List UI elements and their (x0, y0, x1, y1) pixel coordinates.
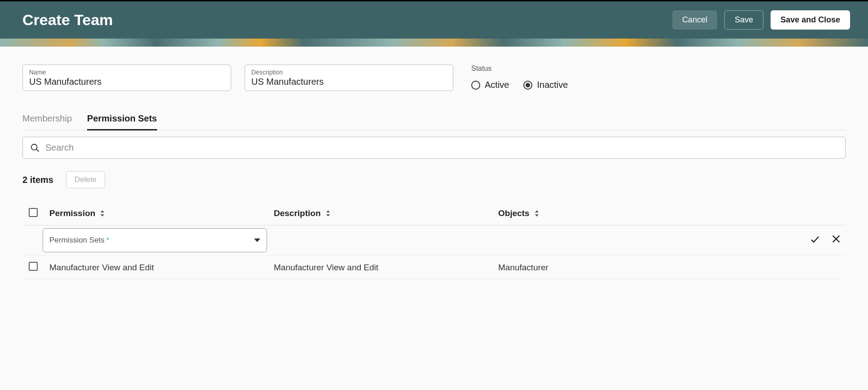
chevron-down-icon (254, 238, 260, 242)
search-icon (30, 143, 40, 153)
status-inactive-label: Inactive (537, 80, 568, 90)
status-radio-row: Active Inactive (471, 80, 568, 90)
sort-icon[interactable] (100, 210, 105, 217)
list-header: 2 items Delete (22, 171, 846, 188)
page-title: Create Team (22, 11, 113, 29)
description-input[interactable] (251, 77, 447, 87)
close-icon[interactable] (831, 234, 841, 247)
permissions-table: Permission Description Objects (22, 202, 846, 280)
status-active-label: Active (485, 80, 509, 90)
tab-permission-sets[interactable]: Permission Sets (87, 113, 157, 130)
items-count: 2 items (22, 175, 53, 185)
tab-membership[interactable]: Membership (22, 113, 72, 130)
table-header-row: Permission Description Objects (22, 202, 846, 225)
status-label: Status (471, 65, 568, 73)
status-radio-inactive[interactable]: Inactive (523, 80, 568, 90)
table-row: Manufacturer View and Edit Manufacturer … (22, 256, 846, 280)
table-edit-row: Permission Sets * (22, 225, 846, 256)
sort-icon[interactable] (534, 210, 539, 217)
confirm-icon[interactable] (810, 234, 820, 247)
tabs: Membership Permission Sets (22, 113, 846, 130)
decorative-strip (0, 39, 868, 47)
form-row: Name Description Status Active Inactive (22, 65, 846, 91)
search-bar[interactable] (22, 137, 846, 159)
description-field-wrapper[interactable]: Description (245, 65, 453, 91)
name-input[interactable] (29, 77, 224, 87)
dropdown-label: Permission Sets (49, 236, 105, 244)
search-input[interactable] (45, 143, 838, 153)
row-objects: Manufacturer (498, 263, 548, 273)
column-header-description[interactable]: Description (274, 208, 321, 218)
radio-circle-icon (523, 81, 532, 90)
cancel-button[interactable]: Cancel (672, 10, 717, 30)
description-label: Description (251, 69, 447, 76)
column-header-permission[interactable]: Permission (49, 208, 95, 218)
sort-icon[interactable] (325, 210, 331, 217)
name-field-wrapper[interactable]: Name (22, 65, 231, 91)
page-header: Create Team Cancel Save Save and Close (0, 0, 868, 39)
save-button[interactable]: Save (724, 10, 763, 30)
main-content: Name Description Status Active Inactive … (0, 47, 868, 298)
row-checkbox[interactable] (29, 262, 38, 271)
permission-sets-dropdown[interactable]: Permission Sets * (43, 228, 267, 252)
select-all-checkbox[interactable] (29, 208, 38, 217)
radio-circle-icon (471, 81, 480, 90)
required-star-icon: * (106, 236, 109, 243)
header-actions: Cancel Save Save and Close (672, 10, 850, 30)
svg-line-1 (36, 149, 39, 152)
status-group: Status Active Inactive (471, 65, 568, 90)
status-radio-active[interactable]: Active (471, 80, 509, 90)
row-permission: Manufacturer View and Edit (49, 263, 154, 273)
save-and-close-button[interactable]: Save and Close (771, 10, 850, 30)
row-description: Manufacturer View and Edit (274, 263, 378, 273)
name-label: Name (29, 69, 224, 76)
column-header-objects[interactable]: Objects (498, 208, 530, 218)
delete-button[interactable]: Delete (66, 171, 105, 188)
radio-dot-icon (526, 83, 530, 87)
svg-point-0 (31, 144, 37, 150)
